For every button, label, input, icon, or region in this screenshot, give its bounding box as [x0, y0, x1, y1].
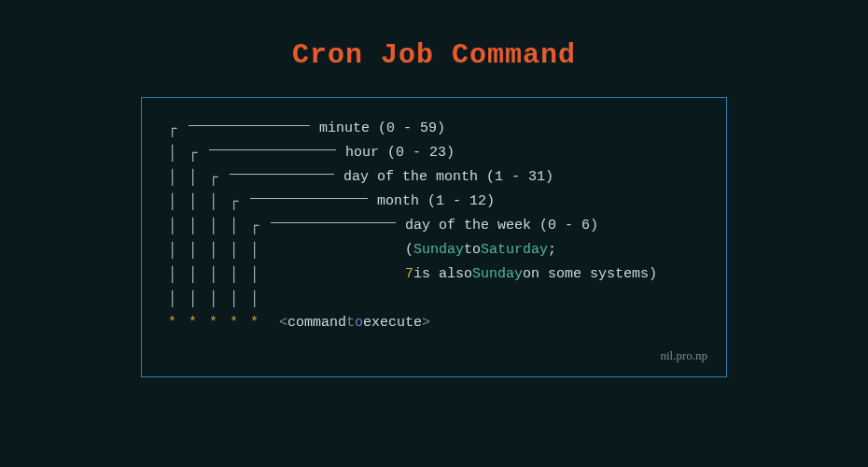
field-label: day of the week — [405, 214, 531, 238]
angle-close: > — [422, 311, 430, 335]
field-range: (1 - 31) — [486, 165, 553, 190]
field-range: (0 - 6) — [539, 214, 598, 238]
field-label: day of the month — [343, 165, 478, 190]
field-label: minute — [319, 117, 370, 141]
highlight-seven: 7 — [405, 262, 413, 287]
star-dow: * — [250, 311, 271, 335]
cron-diagram: ┌ minute (0 - 59) │┌ hour (0 - 23) ││┌ d… — [168, 117, 707, 335]
text: on some systems) — [523, 262, 657, 287]
command-word: execute — [363, 311, 422, 335]
star-minute: * — [168, 311, 189, 335]
field-row-month: │││┌ month (1 - 12) — [168, 190, 707, 214]
field-range: (0 - 23) — [387, 141, 455, 165]
page-title: Cron Job Command — [292, 39, 576, 71]
field-row-dom: ││┌ day of the month (1 - 31) — [168, 165, 707, 190]
cron-diagram-panel: ┌ minute (0 - 59) │┌ hour (0 - 23) ││┌ d… — [141, 97, 727, 377]
keyword-to: to — [346, 311, 363, 335]
text: ( — [405, 238, 413, 262]
star-month: * — [230, 311, 250, 335]
field-label: hour — [345, 141, 379, 165]
credit-text: nil.pro.np — [168, 348, 707, 363]
connector-row: │││││ — [168, 287, 707, 311]
angle-open: < — [279, 311, 287, 335]
cron-expression-row: ***** <command to execute> — [168, 311, 707, 335]
note-line-2: │││││ 7 is also Sunday on some systems) — [168, 262, 707, 287]
field-row-hour: │┌ hour (0 - 23) — [168, 141, 707, 165]
text: is also — [413, 262, 472, 287]
field-range: (0 - 59) — [378, 117, 445, 141]
highlight-sunday: Sunday — [413, 238, 464, 262]
field-label: month — [377, 190, 419, 214]
note-line-1: │││││ (Sunday to Saturday; — [168, 238, 707, 262]
field-range: (1 - 12) — [427, 190, 495, 214]
star-dom: * — [209, 311, 230, 335]
field-row-dow: ││││┌ day of the week (0 - 6) — [168, 214, 707, 238]
text: ; — [548, 238, 556, 262]
highlight-saturday: Saturday — [481, 238, 548, 262]
highlight-sunday: Sunday — [472, 262, 523, 287]
field-row-minute: ┌ minute (0 - 59) — [168, 117, 707, 141]
text: to — [464, 238, 481, 262]
command-word: command — [287, 311, 346, 335]
star-hour: * — [189, 311, 209, 335]
